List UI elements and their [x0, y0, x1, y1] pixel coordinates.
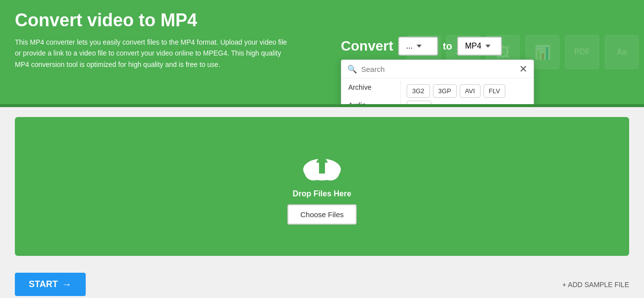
- header-description: This MP4 converter lets you easily conve…: [15, 37, 287, 70]
- format-3gp[interactable]: 3GP: [433, 84, 457, 98]
- start-label: START: [29, 279, 58, 290]
- add-sample-button[interactable]: + ADD SAMPLE FILE: [562, 281, 629, 289]
- add-sample-label: + ADD SAMPLE FILE: [562, 281, 629, 289]
- close-button[interactable]: ✕: [519, 64, 528, 74]
- pdf-bg-icon: PDF: [565, 35, 599, 69]
- category-item-archive[interactable]: Archive: [341, 78, 400, 96]
- choose-file-button[interactable]: Choose Files: [287, 204, 357, 225]
- header-section: ✉ JPG 🖼 📊 PDF Aa Convert video to MP4 Th…: [0, 0, 644, 104]
- convert-bar: Convert ... to MP4: [341, 37, 502, 56]
- page-title: Convert video to MP4: [15, 10, 629, 31]
- start-button[interactable]: START →: [15, 273, 86, 296]
- search-icon: 🔍: [347, 64, 357, 74]
- dropdown-search-row: 🔍 ✕: [341, 60, 534, 78]
- dropdown-body: Archive Audio Cad Device Document Ebook …: [341, 78, 534, 104]
- drop-text: Drop Files Here: [293, 189, 351, 198]
- font-bg-icon: Aa: [604, 35, 639, 69]
- convert-to-button[interactable]: MP4: [457, 37, 502, 56]
- format-3g2[interactable]: 3G2: [407, 84, 430, 98]
- convert-from-chevron-icon: [417, 45, 422, 48]
- format-avi[interactable]: AVI: [460, 84, 481, 98]
- cloud-upload-icon: [300, 149, 344, 183]
- bottom-bar: START → + ADD SAMPLE FILE: [0, 266, 644, 298]
- format-mkv[interactable]: MKV: [407, 101, 431, 104]
- convert-from-button[interactable]: ...: [398, 37, 438, 56]
- start-arrow-icon: →: [62, 279, 72, 290]
- convert-to-label: to: [443, 41, 452, 52]
- convert-from-value: ...: [406, 42, 413, 51]
- convert-label: Convert: [341, 38, 393, 54]
- formats-row-1: 3G2 3GP AVI FLV MKV: [407, 84, 528, 104]
- main-section: Drop Files Here Choose Files: [0, 107, 644, 266]
- formats-panel: 3G2 3GP AVI FLV MKV MOV MP4 MPG OGV WEBM…: [401, 78, 534, 104]
- search-input[interactable]: [361, 65, 515, 73]
- category-list: Archive Audio Cad Device Document Ebook …: [341, 78, 401, 104]
- format-flv[interactable]: FLV: [483, 84, 506, 98]
- convert-to-value: MP4: [465, 42, 482, 51]
- convert-to-chevron-icon: [485, 45, 490, 48]
- category-item-audio[interactable]: Audio: [341, 96, 400, 104]
- drop-zone[interactable]: Drop Files Here Choose Files: [15, 117, 629, 256]
- format-dropdown: 🔍 ✕ Archive Audio Cad Device Document Eb…: [341, 60, 534, 104]
